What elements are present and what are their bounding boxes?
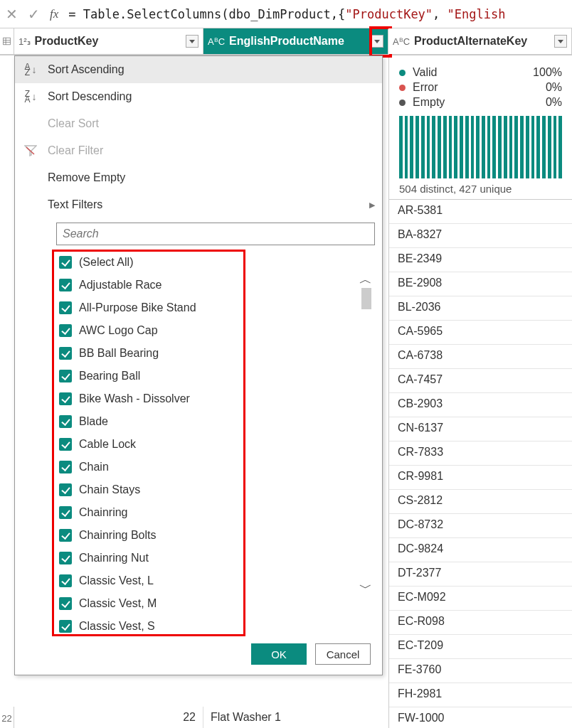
cell-productalternatekey[interactable]: CA-5965 — [389, 321, 572, 345]
cell-productalternatekey[interactable]: CB-2903 — [389, 393, 572, 417]
cell-productalternatekey[interactable]: CR-9981 — [389, 466, 572, 490]
menu-label: Clear Filter — [48, 144, 375, 157]
filter-item-label: Bearing Ball — [79, 370, 140, 382]
checkbox-icon[interactable] — [59, 461, 72, 473]
filter-item[interactable]: Chainring — [56, 501, 372, 524]
filter-item[interactable]: Chain Stays — [56, 478, 372, 501]
fx-icon[interactable]: fx — [50, 7, 58, 21]
checkbox-icon[interactable] — [59, 301, 72, 314]
sort-ascending[interactable]: AZ↓ Sort Ascending — [15, 56, 382, 83]
cell-productalternatekey[interactable]: AR-5381 — [389, 200, 572, 224]
cell-productalternatekey[interactable]: CN-6137 — [389, 417, 572, 441]
filter-item[interactable]: Cable Lock — [56, 433, 372, 456]
cell-productalternatekey[interactable]: DC-8732 — [389, 514, 572, 538]
svg-rect-0 — [4, 38, 11, 45]
checkbox-icon[interactable] — [59, 529, 72, 542]
row-number-gutter — [0, 55, 14, 728]
filter-search-input[interactable] — [56, 223, 375, 245]
column-name: ProductAlternateKey — [414, 35, 554, 48]
cell-productalternatekey[interactable]: FW-1000 — [389, 707, 572, 728]
column-name: EnglishProductName — [229, 35, 371, 48]
cell-productalternatekey[interactable]: BE-2908 — [389, 272, 572, 296]
remove-empty[interactable]: Remove Empty — [15, 164, 382, 191]
cancel-formula-icon[interactable]: ✕ — [6, 6, 18, 23]
filter-item[interactable]: (Select All) — [56, 251, 372, 274]
cell-productkey[interactable]: 22 — [14, 707, 203, 728]
ok-button[interactable]: OK — [251, 643, 307, 665]
sort-desc-icon: ZA↓ — [22, 91, 39, 102]
formula-text[interactable]: = Table.SelectColumns(dbo_DimProduct,{"P… — [68, 7, 505, 21]
filter-item-label: Blade — [79, 415, 108, 428]
filter-checklist[interactable]: (Select All)Adjustable RaceAll-Purpose B… — [56, 251, 372, 633]
cell-productalternatekey[interactable]: BE-2349 — [389, 248, 572, 272]
filter-item[interactable]: AWC Logo Cap — [56, 319, 372, 342]
profile-percent: 0% — [546, 96, 562, 109]
filter-dropdown-button[interactable] — [186, 35, 198, 48]
filter-item[interactable]: Blade — [56, 410, 372, 433]
scrollbar-thumb[interactable] — [361, 288, 371, 309]
sort-descending[interactable]: ZA↓ Sort Descending — [15, 83, 382, 110]
clear-filter: Clear Filter — [15, 137, 382, 164]
column-profile: Valid100% Error0% Empty0% 504 distinct, … — [389, 55, 572, 200]
column-header-productkey[interactable]: 1²₃ ProductKey — [14, 28, 203, 54]
filter-item[interactable]: Classic Vest, M — [56, 592, 372, 615]
distinct-unique-label: 504 distinct, 427 unique — [399, 183, 562, 195]
filter-item[interactable]: Chainring Nut — [56, 547, 372, 569]
checkbox-icon[interactable] — [59, 438, 72, 451]
checkbox-icon[interactable] — [59, 552, 72, 564]
checkbox-icon[interactable] — [59, 347, 72, 360]
checkbox-icon[interactable] — [59, 415, 72, 428]
checkbox-icon[interactable] — [59, 574, 72, 587]
filter-item-label: Cable Lock — [79, 438, 136, 451]
filter-item[interactable]: Adjustable Race — [56, 274, 372, 296]
checkbox-icon[interactable] — [59, 620, 72, 633]
valid-dot-icon — [399, 70, 406, 76]
cell-englishproductname[interactable]: Flat Washer 1 — [203, 707, 387, 728]
filter-item[interactable]: Chainring Bolts — [56, 524, 372, 547]
profile-percent: 0% — [546, 81, 562, 94]
cell-productalternatekey[interactable]: BA-8327 — [389, 224, 572, 248]
filter-item[interactable]: All-Purpose Bike Stand — [56, 296, 372, 319]
filter-item[interactable]: BB Ball Bearing — [56, 342, 372, 365]
checkbox-icon[interactable] — [59, 256, 72, 269]
column-header-englishproductname[interactable]: AᴮC EnglishProductName — [203, 28, 388, 54]
checkbox-icon[interactable] — [59, 506, 72, 519]
checkbox-icon[interactable] — [59, 483, 72, 496]
checkbox-icon[interactable] — [59, 370, 72, 382]
cell-productalternatekey[interactable]: DC-9824 — [389, 538, 572, 562]
checkbox-icon[interactable] — [59, 279, 72, 291]
scroll-up-icon[interactable]: ︿ — [359, 271, 372, 288]
cell-productalternatekey[interactable]: EC-T209 — [389, 635, 572, 659]
cell-productalternatekey[interactable]: DT-2377 — [389, 562, 572, 587]
filter-item[interactable]: Classic Vest, L — [56, 569, 372, 592]
column-header-productalternatekey[interactable]: AᴮC ProductAlternateKey — [388, 28, 572, 54]
scroll-down-icon[interactable]: ﹀ — [359, 579, 372, 596]
filter-dropdown-button[interactable] — [554, 35, 567, 48]
filter-item-label: Chainring Bolts — [79, 529, 157, 542]
text-filters[interactable]: Text Filters ▶ — [15, 191, 382, 218]
cell-productalternatekey[interactable]: CR-7833 — [389, 441, 572, 466]
filter-item-label: Adjustable Race — [79, 279, 162, 291]
filter-item[interactable]: Classic Vest, S — [56, 615, 372, 633]
commit-formula-icon[interactable]: ✓ — [28, 6, 40, 23]
table-icon-cell[interactable] — [0, 28, 14, 54]
cell-productalternatekey[interactable]: CA-6738 — [389, 345, 572, 369]
cell-productalternatekey[interactable]: FE-3760 — [389, 659, 572, 683]
checkbox-icon[interactable] — [59, 392, 72, 405]
cell-productalternatekey[interactable]: BL-2036 — [389, 296, 572, 321]
checkbox-icon[interactable] — [59, 597, 72, 610]
filter-item[interactable]: Chain — [56, 456, 372, 478]
row-number: 22 — [0, 707, 14, 728]
cancel-button[interactable]: Cancel — [315, 643, 371, 665]
table-icon — [3, 36, 11, 47]
cell-productalternatekey[interactable]: EC-R098 — [389, 611, 572, 635]
column-productalternatekey: Valid100% Error0% Empty0% 504 distinct, … — [388, 55, 572, 728]
cell-productalternatekey[interactable]: EC-M092 — [389, 587, 572, 611]
cell-productalternatekey[interactable]: CA-7457 — [389, 369, 572, 393]
filter-item[interactable]: Bearing Ball — [56, 365, 372, 387]
checkbox-icon[interactable] — [59, 324, 72, 337]
filter-item[interactable]: Bike Wash - Dissolver — [56, 387, 372, 410]
cell-productalternatekey[interactable]: FH-2981 — [389, 683, 572, 707]
cell-productalternatekey[interactable]: CS-2812 — [389, 490, 572, 514]
filter-item-label: Classic Vest, M — [79, 597, 157, 610]
